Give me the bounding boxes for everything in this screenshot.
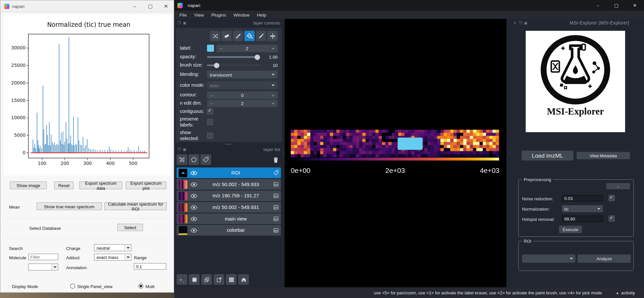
layer-item-mz2[interactable]: m/z 190.759 - 191.27: [177, 190, 281, 201]
visibility-eye-icon[interactable]: [190, 205, 198, 210]
roi-rectangle[interactable]: [398, 137, 423, 150]
load-imzml-button[interactable]: Load imzML: [522, 151, 573, 161]
menu-window[interactable]: Window: [230, 12, 253, 17]
menu-plugins[interactable]: Plugins: [207, 12, 230, 17]
label-color-swatch[interactable]: [207, 45, 214, 52]
molecule-result-dropdown[interactable]: [29, 264, 58, 271]
charge-dropdown[interactable]: neutral: [94, 244, 132, 251]
roi-dropdown[interactable]: [522, 255, 575, 263]
float-panel-icon[interactable]: ❐: [518, 21, 522, 25]
show-true-mean-button[interactable]: Show true mean spectrum: [36, 202, 102, 210]
close-panel-icon[interactable]: ✕: [513, 21, 516, 25]
noise-reduction-input[interactable]: [562, 195, 603, 202]
napari-titlebar[interactable]: napari – ▢ ✕: [174, 0, 644, 11]
transpose-dimensions-button[interactable]: [213, 274, 224, 285]
opacity-slider[interactable]: [207, 56, 260, 58]
hotspot-removal-checkbox[interactable]: [609, 216, 615, 222]
normalization-dropdown[interactable]: tic: [562, 205, 603, 212]
activity-toggle[interactable]: ▲ activity: [616, 290, 635, 295]
hide-panel-icon[interactable]: ▣: [183, 21, 187, 25]
view-metadata-button[interactable]: View Metadata: [577, 152, 630, 159]
export-spectrum-data-button[interactable]: Export spectrum data: [79, 181, 122, 189]
minimize-icon[interactable]: –: [589, 0, 607, 11]
new-shapes-layer-button[interactable]: [189, 154, 199, 165]
left-window-titlebar[interactable]: napari – ▢ ✕: [0, 0, 174, 12]
analyze-button[interactable]: Analyze: [577, 255, 631, 263]
visibility-eye-icon[interactable]: [190, 216, 198, 222]
float-panel-icon[interactable]: ❐: [177, 147, 181, 151]
increment-icon[interactable]: +: [268, 93, 277, 98]
execute-button[interactable]: Execute: [559, 226, 582, 233]
new-points-layer-button[interactable]: [177, 154, 187, 165]
reset-button[interactable]: Reset: [54, 181, 74, 189]
multi-radio[interactable]: [139, 284, 144, 289]
show-image-button[interactable]: Show image: [10, 181, 47, 189]
hotspot-removal-input[interactable]: [562, 216, 603, 222]
brush-size-value: 10: [272, 63, 277, 68]
contour-spinbox[interactable]: – 0 +: [207, 91, 278, 99]
hide-panel-icon[interactable]: ▣: [183, 147, 187, 151]
delete-layer-button[interactable]: [270, 154, 281, 165]
console-button[interactable]: >_: [177, 274, 187, 285]
single-panel-radio[interactable]: [70, 284, 75, 289]
visibility-eye-icon[interactable]: [190, 193, 198, 198]
eraser-tool-button[interactable]: [221, 31, 232, 41]
ndisplay-toggle-button[interactable]: [189, 274, 200, 285]
maximize-icon[interactable]: ▢: [607, 0, 625, 11]
slider-handle[interactable]: [255, 54, 260, 60]
calc-mean-roi-button[interactable]: Calculate mean spectrum for ROI: [104, 202, 167, 210]
menu-help[interactable]: Help: [253, 12, 270, 17]
maximize-icon[interactable]: ▢: [143, 0, 158, 12]
layer-item-main-view[interactable]: main view: [177, 214, 281, 224]
grid-view-button[interactable]: [226, 274, 237, 285]
layer-item-mz1[interactable]: m/z 50.002 - 549.933: [177, 179, 281, 189]
export-spectrum-plot-button[interactable]: Export spectrum plot: [126, 181, 166, 189]
annotation-input[interactable]: [134, 263, 166, 270]
minimize-icon[interactable]: –: [127, 0, 143, 12]
close-icon[interactable]: ✕: [158, 0, 174, 12]
visibility-eye-icon[interactable]: [190, 227, 198, 233]
napari-app-icon: [177, 3, 183, 8]
increment-icon[interactable]: +: [268, 46, 277, 51]
close-icon[interactable]: ✕: [625, 0, 644, 11]
menu-view[interactable]: View: [191, 12, 208, 17]
color-mode-dropdown[interactable]: auto: [207, 81, 278, 89]
color-picker-tool-button[interactable]: [256, 31, 266, 41]
visibility-eye-icon[interactable]: [190, 182, 198, 187]
decrement-icon[interactable]: –: [207, 93, 216, 98]
single-panel-radio-label[interactable]: Single Panel_view: [77, 284, 112, 289]
roll-dimensions-button[interactable]: [201, 274, 212, 285]
noise-reduction-checkbox[interactable]: [609, 195, 615, 201]
collapse-button[interactable]: -: [606, 183, 630, 189]
console-icon: >_: [179, 277, 184, 282]
layer-item-roi[interactable]: ROI: [177, 168, 281, 178]
preserve-labels-checkbox[interactable]: [207, 119, 213, 125]
layer-item-colorbar[interactable]: colorbar: [177, 225, 281, 235]
label-spinbox[interactable]: – 2 +: [216, 45, 278, 52]
increment-icon[interactable]: +: [268, 101, 277, 106]
select-database-button[interactable]: Select: [117, 224, 143, 231]
new-labels-layer-button[interactable]: [201, 154, 211, 165]
contiguous-checkbox[interactable]: [207, 108, 213, 115]
shuffle-colors-button[interactable]: [210, 31, 220, 41]
slider-handle[interactable]: [214, 63, 219, 68]
molecule-input[interactable]: [29, 254, 58, 260]
visibility-eye-icon[interactable]: [190, 170, 198, 175]
multi-radio-label[interactable]: Multi: [146, 284, 154, 289]
adduct-dropdown[interactable]: exact mass: [94, 254, 132, 261]
blending-dropdown[interactable]: translucent: [207, 71, 278, 78]
menu-file[interactable]: File: [176, 12, 190, 17]
brush-size-slider[interactable]: [207, 65, 260, 66]
hide-panel-icon[interactable]: ▣: [524, 21, 528, 25]
float-panel-icon[interactable]: ❐: [177, 21, 181, 25]
show-selected-checkbox[interactable]: [207, 132, 213, 139]
decrement-icon[interactable]: –: [207, 101, 216, 106]
viewer-canvas[interactable]: 0e+00 2e+03 4e+03: [285, 19, 506, 287]
decrement-icon[interactable]: –: [216, 46, 225, 51]
paintbrush-tool-button[interactable]: [233, 31, 243, 41]
n-edit-dim-spinbox[interactable]: – 2 +: [207, 100, 278, 107]
home-button[interactable]: [238, 274, 249, 285]
layer-item-mz3[interactable]: m/z 50.002 - 549.931: [177, 202, 281, 213]
fill-bucket-tool-button[interactable]: [244, 31, 255, 41]
pan-zoom-tool-button[interactable]: [267, 31, 278, 41]
